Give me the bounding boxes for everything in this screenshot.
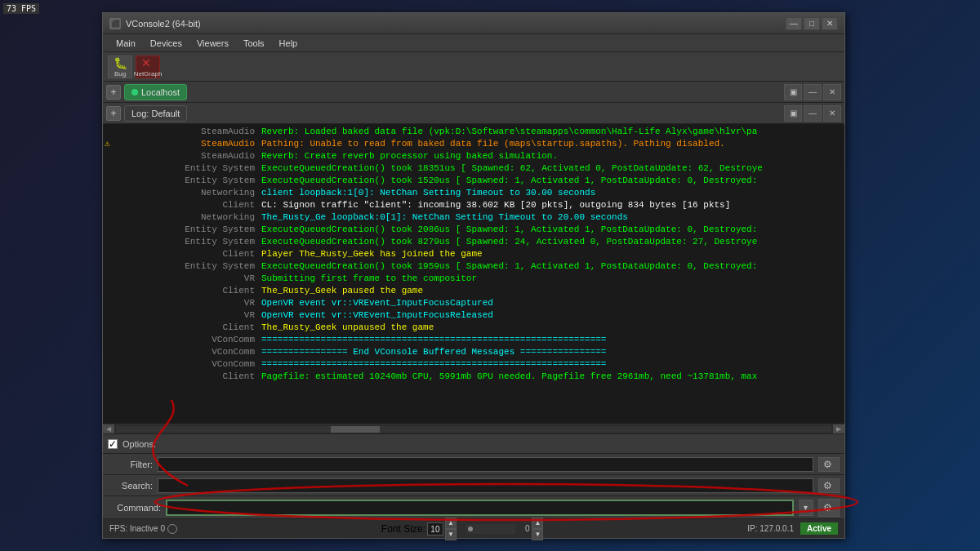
add-log-button[interactable]: + bbox=[106, 106, 121, 121]
menu-devices[interactable]: Devices bbox=[144, 37, 189, 50]
console-source: VConComm bbox=[114, 346, 261, 358]
log-view-btn-1[interactable]: ▣ bbox=[784, 105, 802, 122]
active-status: Active bbox=[800, 522, 838, 535]
console-row: ClientPagefile: estimated 10240mb CPU, 5… bbox=[103, 371, 844, 383]
console-message: CL: Signon traffic "client": incoming 38… bbox=[261, 199, 844, 211]
console-message: ========================================… bbox=[261, 334, 844, 346]
console-row: VConComm================================… bbox=[103, 358, 844, 371]
console-source: SteamAudio bbox=[114, 126, 261, 138]
font-size-up-button[interactable]: ▲ bbox=[445, 518, 457, 529]
console-row: Entity SystemExecuteQueuedCreation() too… bbox=[103, 162, 844, 175]
console-message: ExecuteQueuedCreation() took 1959us [ Sp… bbox=[261, 260, 844, 273]
search-settings-button[interactable]: ⚙ bbox=[818, 478, 840, 493]
font-size-label: Font Size: bbox=[381, 523, 425, 535]
tab-bar: + Localhost ▣ — ✕ bbox=[103, 82, 844, 103]
fps-spinner-icon bbox=[167, 524, 177, 534]
font-slider[interactable] bbox=[466, 524, 515, 534]
window-title: VConsole2 (64-bit) bbox=[126, 19, 201, 29]
search-label: Search: bbox=[108, 481, 153, 491]
warning-icon bbox=[103, 297, 114, 309]
console-source: SteamAudio bbox=[114, 150, 261, 162]
search-input[interactable] bbox=[158, 478, 813, 493]
console-row: Entity SystemExecuteQueuedCreation() too… bbox=[103, 260, 844, 273]
log-bar: + Log: Default ▣ — ✕ bbox=[103, 103, 844, 124]
warning-icon bbox=[103, 309, 114, 322]
netgraph-icon: ✕ bbox=[141, 56, 154, 69]
command-gear-icon: ⚙ bbox=[823, 502, 835, 513]
console-source: VR bbox=[114, 297, 261, 309]
warning-icon bbox=[103, 358, 114, 371]
command-input[interactable] bbox=[166, 500, 794, 516]
slider-value-status: 0 ▲ ▼ bbox=[525, 518, 544, 540]
console-source: Client bbox=[114, 371, 261, 383]
command-bar: Command: ▼ ⚙ bbox=[103, 495, 844, 518]
console-scroll[interactable]: SteamAudioReverb: Loaded baked data file… bbox=[103, 124, 844, 424]
warning-icon bbox=[103, 273, 114, 285]
slider-down-button[interactable]: ▼ bbox=[532, 529, 543, 540]
menu-main[interactable]: Main bbox=[109, 37, 142, 50]
bug-button[interactable]: 🐛 Bug bbox=[108, 56, 132, 78]
console-message: ExecuteQueuedCreation() took 2086us [ Sp… bbox=[261, 224, 844, 236]
options-bar: ✓ Options: bbox=[103, 433, 844, 453]
tab-view-btn-1[interactable]: ▣ bbox=[784, 84, 802, 100]
slider-up-button[interactable]: ▲ bbox=[532, 518, 543, 529]
font-size-down-button[interactable]: ▼ bbox=[445, 529, 457, 540]
console-source: VR bbox=[114, 309, 261, 322]
horizontal-scrollbar[interactable]: ◀ ▶ bbox=[103, 424, 844, 433]
console-row: VRSubmitting first frame to the composit… bbox=[103, 273, 844, 285]
hscroll-left-button[interactable]: ◀ bbox=[103, 424, 114, 434]
localhost-tab-label: Localhost bbox=[141, 87, 180, 97]
title-bar-left: ⬛ VConsole2 (64-bit) bbox=[109, 18, 201, 29]
command-dropdown-button[interactable]: ▼ bbox=[799, 500, 813, 516]
tab-view-btn-3[interactable]: ✕ bbox=[823, 84, 841, 100]
filter-label: Filter: bbox=[108, 460, 153, 469]
log-view-btn-3[interactable]: ✕ bbox=[823, 105, 841, 122]
console-row: ClientThe_Rusty_Geek unpaused the game bbox=[103, 322, 844, 334]
search-gear-icon: ⚙ bbox=[823, 480, 835, 491]
console-row: Networking client loopback:1[0]: NetChan… bbox=[103, 187, 844, 199]
console-source: Entity System bbox=[114, 175, 261, 187]
title-bar: ⬛ VConsole2 (64-bit) — □ ✕ bbox=[103, 13, 844, 34]
hscroll-right-button[interactable]: ▶ bbox=[833, 424, 844, 434]
netgraph-button[interactable]: ✕ NetGraph bbox=[136, 56, 160, 78]
hscroll-track[interactable] bbox=[116, 426, 831, 433]
close-button[interactable]: ✕ bbox=[822, 17, 838, 30]
options-checkbox[interactable]: ✓ bbox=[108, 439, 118, 449]
menu-tools[interactable]: Tools bbox=[237, 37, 271, 50]
maximize-button[interactable]: □ bbox=[804, 17, 820, 30]
fps-status: FPS: Inactive 0 bbox=[109, 524, 177, 534]
console-source: VConComm bbox=[114, 358, 261, 371]
hscroll-thumb[interactable] bbox=[331, 426, 380, 433]
warning-icon bbox=[103, 187, 114, 199]
warning-icon bbox=[103, 236, 114, 248]
menu-help[interactable]: Help bbox=[273, 37, 305, 50]
filter-settings-button[interactable]: ⚙ bbox=[818, 457, 840, 472]
console-output: SteamAudioReverb: Loaded baked data file… bbox=[103, 124, 844, 424]
console-message: Submitting first frame to the compositor bbox=[261, 273, 844, 285]
tab-view-btn-2[interactable]: — bbox=[804, 84, 822, 100]
log-tab[interactable]: Log: Default bbox=[124, 105, 187, 122]
fps-status-value: 0 bbox=[160, 524, 165, 533]
minimize-button[interactable]: — bbox=[786, 17, 802, 30]
log-tab-label: Log: Default bbox=[131, 109, 180, 118]
warning-icon bbox=[103, 211, 114, 224]
add-tab-button[interactable]: + bbox=[106, 85, 121, 100]
console-source: SteamAudio bbox=[114, 138, 261, 150]
ip-label: IP: 127.0.0.1 bbox=[747, 524, 794, 533]
command-settings-button[interactable]: ⚙ bbox=[818, 499, 840, 517]
console-source: Networking bbox=[114, 211, 261, 224]
filter-input[interactable] bbox=[158, 457, 813, 472]
console-message: Player The_Rusty_Geek has joined the gam… bbox=[261, 248, 844, 260]
warning-icon bbox=[103, 346, 114, 358]
slider-value: 0 bbox=[525, 524, 530, 533]
warning-icon bbox=[103, 126, 114, 138]
menu-viewers[interactable]: Viewers bbox=[190, 37, 235, 50]
console-row: VConComm================ End VConsole Bu… bbox=[103, 346, 844, 358]
ip-status: IP: 127.0.0.1 bbox=[747, 524, 794, 533]
localhost-tab[interactable]: Localhost bbox=[124, 84, 187, 100]
console-message: OpenVR event vr::VREvent_InputFocusRelea… bbox=[261, 309, 844, 322]
font-size-value: 10 bbox=[427, 522, 443, 535]
console-row: Entity SystemExecuteQueuedCreation() too… bbox=[103, 224, 844, 236]
log-view-btn-2[interactable]: — bbox=[804, 105, 822, 122]
warning-icon bbox=[103, 248, 114, 260]
